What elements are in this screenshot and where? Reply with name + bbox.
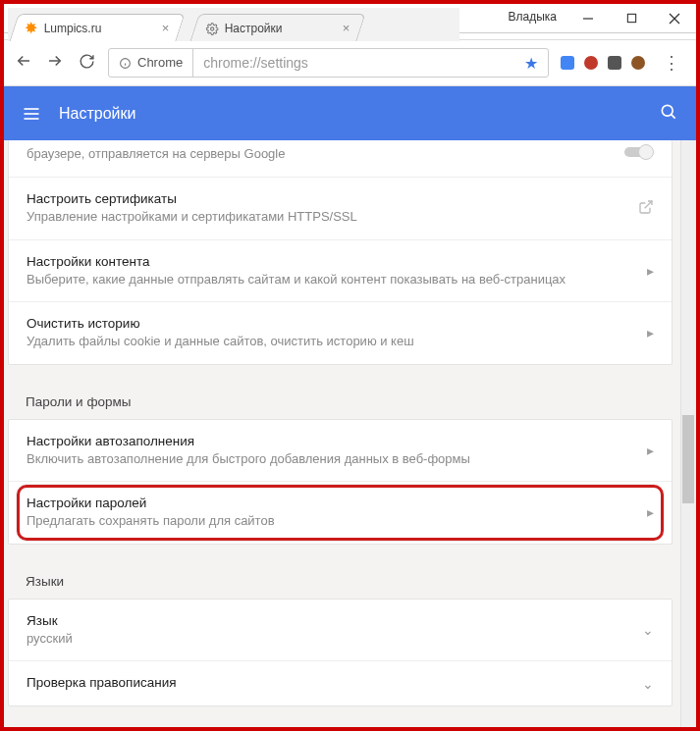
- settings-row-subtitle: браузере, отправляется на серверы Google: [27, 145, 613, 163]
- window-close-button[interactable]: [653, 4, 696, 32]
- bookmark-star-icon[interactable]: ★: [514, 54, 548, 73]
- external-link-icon: [626, 199, 654, 218]
- settings-row-partial[interactable]: браузере, отправляется на серверы Google: [9, 140, 672, 177]
- settings-header: Настройки: [4, 86, 696, 140]
- favicon-lumpics: ✸: [25, 22, 38, 35]
- svg-point-0: [210, 26, 213, 29]
- window-maximize-button[interactable]: [610, 4, 653, 32]
- settings-row-passwords[interactable]: Настройки паролей Предлагать сохранять п…: [9, 481, 672, 544]
- toggle-icon[interactable]: [613, 144, 654, 163]
- settings-row-spellcheck[interactable]: Проверка правописания ⌄: [9, 660, 672, 705]
- window-minimize-button[interactable]: [566, 4, 610, 32]
- section-label-languages: Языки: [4, 566, 676, 599]
- forward-button[interactable]: [45, 52, 65, 74]
- svg-line-14: [672, 114, 675, 118]
- settings-row-language[interactable]: Язык русский ⌄: [9, 600, 672, 661]
- hamburger-icon[interactable]: [22, 104, 41, 124]
- tab-settings[interactable]: Настройки ×: [189, 14, 365, 41]
- chevron-right-icon: ▸: [635, 325, 654, 340]
- scrollbar-thumb[interactable]: [682, 415, 694, 503]
- settings-header-title: Настройки: [59, 105, 135, 123]
- window-titlebar: ✸ Lumpics.ru × Настройки × Владыка: [4, 4, 696, 33]
- settings-row-clear-history[interactable]: Очистить историю Удалить файлы cookie и …: [9, 301, 672, 364]
- section-label-passwords: Пароли и формы: [4, 387, 676, 419]
- close-icon[interactable]: ×: [162, 21, 170, 35]
- chevron-right-icon: ▸: [635, 504, 654, 520]
- reload-button[interactable]: [77, 53, 96, 74]
- settings-row-title: Язык: [27, 613, 630, 628]
- chevron-down-icon: ⌄: [630, 676, 654, 692]
- back-button[interactable]: [14, 52, 33, 74]
- settings-row-certificates[interactable]: Настроить сертификаты Управление настрой…: [9, 177, 672, 239]
- settings-row-title: Очистить историю: [27, 316, 635, 331]
- info-icon: [119, 57, 132, 70]
- settings-row-subtitle: Включить автозаполнение для быстрого доб…: [27, 450, 635, 468]
- scrollbar[interactable]: [680, 140, 696, 727]
- browser-toolbar: Chrome chrome://settings ★ ⋮: [4, 39, 696, 86]
- tab-strip: ✸ Lumpics.ru × Настройки ×: [8, 8, 459, 41]
- settings-row-subtitle: Выберите, какие данные отправлять сайтам…: [27, 271, 635, 288]
- chevron-right-icon: ▸: [635, 443, 654, 458]
- close-icon[interactable]: ×: [343, 21, 350, 35]
- chevron-down-icon: ⌄: [630, 622, 654, 638]
- settings-row-subtitle: Удалить файлы cookie и данные сайтов, оч…: [27, 333, 635, 350]
- settings-row-title: Настройки контента: [27, 254, 635, 269]
- window-user-label: Владыка: [509, 4, 567, 32]
- extension-icon[interactable]: [584, 56, 598, 70]
- tab-lumpics[interactable]: ✸ Lumpics.ru ×: [9, 14, 185, 41]
- svg-rect-2: [627, 14, 635, 22]
- settings-row-subtitle: русский: [27, 630, 630, 648]
- kebab-menu-icon[interactable]: ⋮: [657, 52, 686, 74]
- svg-point-16: [639, 145, 654, 160]
- chevron-right-icon: ▸: [635, 263, 654, 279]
- url-text: chrome://settings: [193, 48, 318, 78]
- search-icon[interactable]: [659, 102, 678, 126]
- extension-icons: [561, 56, 645, 70]
- svg-point-13: [662, 105, 673, 116]
- tab-title: Настройки: [225, 22, 283, 35]
- svg-line-17: [645, 201, 652, 208]
- settings-row-title: Проверка правописания: [27, 675, 630, 690]
- address-bar[interactable]: Chrome chrome://settings ★: [108, 48, 549, 78]
- source-chip: Chrome: [109, 48, 193, 78]
- extension-icon[interactable]: [608, 56, 621, 70]
- settings-row-title: Настроить сертификаты: [27, 191, 626, 206]
- settings-row-title: Настройки паролей: [27, 496, 635, 510]
- tab-title: Lumpics.ru: [44, 22, 102, 35]
- settings-row-title: Настройки автозаполнения: [27, 434, 635, 448]
- settings-row-subtitle: Управление настройками и сертификатами H…: [27, 208, 626, 226]
- extension-icon[interactable]: [561, 56, 574, 70]
- gear-icon: [205, 22, 219, 35]
- settings-row-autofill[interactable]: Настройки автозаполнения Включить автоза…: [9, 420, 672, 482]
- settings-row-content[interactable]: Настройки контента Выберите, какие данны…: [9, 239, 672, 302]
- extension-icon[interactable]: [631, 56, 645, 70]
- settings-content: браузере, отправляется на серверы Google…: [4, 140, 696, 727]
- settings-row-subtitle: Предлагать сохранять пароли для сайтов: [27, 512, 635, 530]
